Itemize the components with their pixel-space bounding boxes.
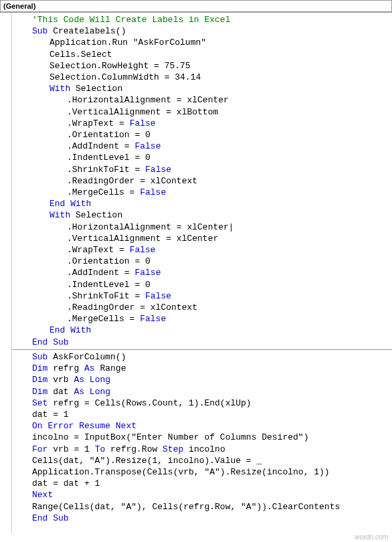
code-line[interactable]: End With bbox=[15, 198, 389, 209]
code-token: .HorizontalAlignment = xlCenter bbox=[67, 95, 229, 105]
code-token: End Sub bbox=[32, 337, 69, 347]
code-line[interactable]: .VerticalAlignment = xlBottom bbox=[15, 106, 389, 118]
code-line[interactable]: End Sub bbox=[15, 513, 389, 524]
code-token: For bbox=[32, 444, 53, 454]
code-line[interactable]: .Orientation = 0 bbox=[15, 256, 389, 267]
code-token: Selection bbox=[76, 210, 122, 220]
code-line[interactable]: .WrapText = False bbox=[15, 118, 389, 129]
code-token: .WrapText = bbox=[67, 118, 130, 128]
code-token: vrb bbox=[53, 375, 74, 385]
code-token: refrg bbox=[53, 363, 84, 373]
code-line[interactable]: .IndentLevel = 0 bbox=[15, 152, 389, 163]
margin-gutter bbox=[0, 13, 12, 533]
code-line[interactable]: dat = 1 bbox=[15, 409, 389, 420]
code-line[interactable]: With Selection bbox=[15, 209, 389, 221]
code-token: To bbox=[95, 444, 110, 454]
code-token: Dim bbox=[32, 387, 53, 397]
code-line[interactable]: Sub Createlabels() bbox=[15, 25, 389, 37]
code-token: Range(Cells(dat, "A"), Cells(refrg.Row, … bbox=[32, 502, 340, 512]
code-token: .HorizontalAlignment = xlCenter bbox=[67, 222, 229, 232]
code-token: Step bbox=[163, 444, 189, 454]
code-token: With bbox=[50, 84, 76, 94]
procedure-divider bbox=[12, 349, 392, 350]
code-token: dat = 1 bbox=[32, 410, 69, 420]
code-token: Application.Transpose(Cells(vrb, "A").Re… bbox=[32, 467, 330, 477]
code-token: .Orientation = 0 bbox=[67, 130, 151, 140]
code-token: Set bbox=[32, 398, 53, 408]
code-token: Selection bbox=[76, 84, 122, 94]
code-line[interactable]: Dim vrb As Long bbox=[15, 374, 389, 385]
code-token: .WrapText = bbox=[67, 245, 130, 255]
code-line[interactable]: .ShrinkToFit = False bbox=[15, 290, 389, 302]
code-line[interactable]: .ReadingOrder = xlContext bbox=[15, 302, 389, 313]
code-token: 'This Code Will Create Labels in Excel bbox=[32, 15, 230, 25]
code-token: Next bbox=[32, 490, 53, 500]
code-line[interactable]: .HorizontalAlignment = xlCenter bbox=[15, 94, 389, 106]
code-token: As bbox=[84, 363, 100, 373]
code-line[interactable]: incolno = InputBox("Enter Number of Colu… bbox=[15, 432, 389, 443]
code-token: .IndentLevel = 0 bbox=[67, 153, 151, 163]
code-line[interactable]: For vrb = 1 To refrg.Row Step incolno bbox=[15, 444, 389, 455]
watermark: wsxdn.com bbox=[355, 533, 388, 541]
code-line[interactable]: .AddIndent = False bbox=[15, 141, 389, 152]
code-line[interactable]: .VerticalAlignment = xlCenter bbox=[15, 233, 389, 244]
code-token: With bbox=[50, 210, 76, 220]
code-line[interactable]: Dim refrg As Range bbox=[15, 363, 389, 374]
code-line[interactable]: Selection.RowHeight = 75.75 bbox=[15, 60, 389, 72]
code-line[interactable]: dat = dat + 1 bbox=[15, 478, 389, 489]
code-token: False bbox=[145, 291, 171, 301]
code-line[interactable]: End Sub bbox=[15, 337, 389, 348]
code-line[interactable]: Cells.Select bbox=[15, 49, 389, 60]
code-token: Cells(dat, "A").Resize(1, incolno).Value… bbox=[32, 456, 262, 466]
code-line[interactable]: .HorizontalAlignment = xlCenter bbox=[15, 221, 389, 233]
code-line[interactable]: With Selection bbox=[15, 83, 389, 94]
code-line[interactable]: Selection.ColumnWidth = 34.14 bbox=[15, 72, 389, 83]
code-container: 'This Code Will Create Labels in ExcelSu… bbox=[0, 12, 392, 533]
code-token: .ShrinkToFit = bbox=[67, 165, 145, 175]
code-line[interactable]: .AddIndent = False bbox=[15, 267, 389, 278]
code-line[interactable]: .MergeCells = False bbox=[15, 187, 389, 198]
code-line[interactable]: Dim dat As Long bbox=[15, 386, 389, 397]
code-line[interactable]: .ReadingOrder = xlContext bbox=[15, 175, 389, 187]
code-token: As Long bbox=[74, 387, 110, 397]
code-line[interactable]: .Orientation = 0 bbox=[15, 129, 389, 141]
code-line[interactable]: .MergeCells = False bbox=[15, 313, 389, 325]
code-token: .MergeCells = bbox=[67, 314, 140, 324]
code-line[interactable]: Cells(dat, "A").Resize(1, incolno).Value… bbox=[15, 455, 389, 466]
text-cursor bbox=[229, 222, 234, 232]
code-editor[interactable]: 'This Code Will Create Labels in ExcelSu… bbox=[12, 13, 392, 533]
code-line[interactable]: .IndentLevel = 0 bbox=[15, 279, 389, 290]
code-token: False bbox=[140, 314, 166, 324]
code-line[interactable]: Range(Cells(dat, "A"), Cells(refrg.Row, … bbox=[15, 501, 389, 513]
code-token: .MergeCells = bbox=[67, 187, 140, 197]
code-token: Selection.ColumnWidth = 34.14 bbox=[50, 72, 201, 82]
code-line[interactable]: Next bbox=[15, 489, 389, 501]
code-line[interactable]: .ShrinkToFit = False bbox=[15, 164, 389, 175]
code-token: Selection.RowHeight = 75.75 bbox=[50, 61, 191, 71]
code-line[interactable]: .WrapText = False bbox=[15, 244, 389, 256]
code-token: refrg.Row bbox=[110, 444, 163, 454]
code-line[interactable]: On Error Resume Next bbox=[15, 420, 389, 432]
code-token: On Error Resume Next bbox=[32, 421, 136, 431]
code-line[interactable]: Application.Run "AskForColumn" bbox=[15, 37, 389, 48]
code-token: .ReadingOrder = xlContext bbox=[67, 176, 197, 186]
code-token: Cells.Select bbox=[50, 50, 112, 60]
code-line[interactable]: 'This Code Will Create Labels in Excel bbox=[15, 14, 389, 25]
code-token: .IndentLevel = 0 bbox=[67, 280, 151, 290]
code-line[interactable]: Application.Transpose(Cells(vrb, "A").Re… bbox=[15, 466, 389, 478]
code-token: False bbox=[130, 245, 156, 255]
code-line[interactable]: Set refrg = Cells(Rows.Count, 1).End(xlU… bbox=[15, 397, 389, 409]
code-token: End With bbox=[50, 325, 91, 335]
object-dropdown[interactable]: (General) bbox=[0, 0, 392, 12]
code-token: .ReadingOrder = xlContext bbox=[67, 302, 197, 312]
code-token: As Long bbox=[74, 375, 110, 385]
code-token: Sub bbox=[32, 26, 53, 36]
code-line[interactable]: Sub AskForColumn() bbox=[15, 351, 389, 363]
code-token: Dim bbox=[32, 375, 53, 385]
dropdown-selected: (General) bbox=[3, 2, 35, 10]
code-token: False bbox=[134, 141, 161, 151]
code-line[interactable]: End With bbox=[15, 325, 389, 336]
code-token: dat bbox=[53, 387, 74, 397]
code-token: .Orientation = 0 bbox=[67, 256, 151, 266]
code-token: .VerticalAlignment = xlCenter bbox=[67, 234, 218, 244]
